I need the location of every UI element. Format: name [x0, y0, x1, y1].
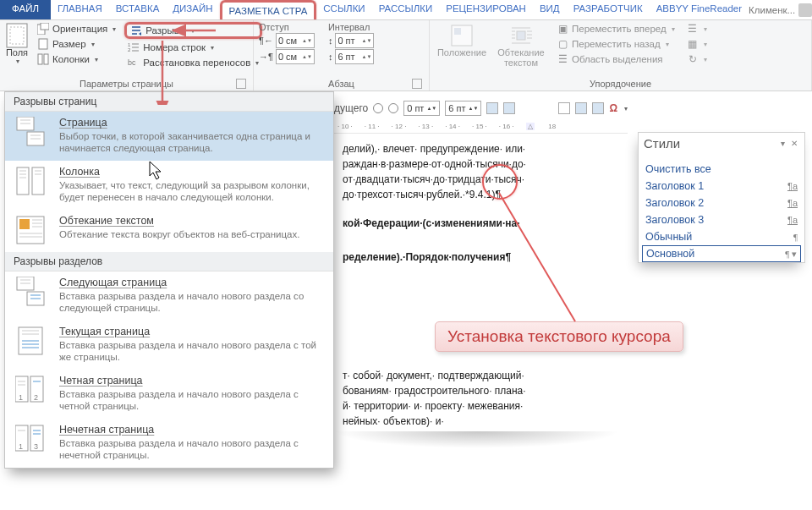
dd-item-odd-title: Нечетная страница	[59, 424, 325, 436]
send-backward-button: ▢Переместить назад▾	[553, 37, 678, 51]
account-user-label[interactable]: Клименк...	[749, 5, 795, 15]
dd-item-column-desc: Указывает, что текст, следующий за разры…	[59, 179, 325, 203]
indent-right-field[interactable]: →¶ 0 см▲▼	[259, 49, 315, 64]
svg-text:2: 2	[128, 47, 131, 52]
document-area[interactable]: делий),· влечет· предупреждение· или· ра…	[334, 135, 620, 505]
svg-text:bc: bc	[128, 58, 136, 67]
dd-item-continuous[interactable]: Текущая страницаВставка разрыва раздела …	[5, 321, 333, 370]
dd-item-wrap-title: Обтекание текстом	[59, 215, 299, 227]
tab-review[interactable]: РЕЦЕНЗИРОВАН	[439, 0, 533, 19]
line-numbers-icon: 12	[128, 41, 140, 53]
dropdown-section-section-breaks: Разрывы разделов	[5, 252, 333, 271]
dd-item-next-page[interactable]: Следующая страницаВставка разрыва раздел…	[5, 271, 333, 321]
tab-file[interactable]: ФАЙЛ	[0, 0, 51, 19]
tab-insert[interactable]: ВСТАВКА	[109, 0, 167, 19]
section-odd-page-icon: 13	[14, 424, 47, 454]
page-setup-dialog-launcher[interactable]	[236, 79, 246, 89]
tab-mailings[interactable]: РАССЫЛКИ	[372, 0, 440, 19]
styles-pane-title: Стили	[644, 136, 680, 151]
doc-line: т· собой· документ,· подтверждающий·	[343, 369, 612, 382]
styles-pane-close[interactable]: ✕	[791, 139, 799, 148]
dd-item-odd-desc: Вставка разрыва раздела и начало нового …	[59, 437, 325, 461]
tab-developer[interactable]: РАЗРАБОТЧИК	[567, 0, 650, 19]
page-break-icon	[14, 117, 47, 147]
hyphenation-button[interactable]: bc Расстановка переносов▾	[124, 56, 262, 69]
doc-line: й· территории· и· проекту· межевания·	[343, 399, 612, 413]
svg-text:2: 2	[34, 393, 38, 402]
doc-line: раждан·в·размере·от·одной·тысячи·до·	[343, 157, 612, 171]
section-continuous-icon	[14, 326, 47, 356]
group-objects-button: ▦▾	[683, 37, 710, 51]
tab-abbyy[interactable]: ABBYY FineReader	[650, 0, 749, 19]
dd-item-even-desc: Вставка разрыва раздела и начало нового …	[59, 388, 325, 412]
size-button[interactable]: Размер▾	[34, 37, 119, 51]
toggle-a[interactable]	[486, 102, 498, 114]
send-backward-icon: ▢	[557, 38, 568, 50]
svg-rect-3	[41, 23, 49, 30]
columns-button[interactable]: Колонки▾	[34, 52, 119, 66]
orientation-button[interactable]: Ориентация▾	[34, 22, 119, 36]
toggle-b[interactable]	[503, 102, 515, 114]
group-page-setup: Поля ▾ Ориентация▾ Размер▾ Колонки▾	[0, 20, 254, 90]
svg-rect-11	[454, 28, 461, 35]
style-heading-2[interactable]: Заголовок 2¶a	[639, 195, 804, 211]
space-before-field[interactable]: ↕ 0 пт▲▼	[328, 33, 375, 48]
doc-line-bold: кой·Федерации·(с·изменениями·на·	[343, 217, 520, 229]
dd-item-continuous-title: Текущая страница	[59, 326, 325, 337]
selection-pane-button[interactable]: ☰Область выделения	[553, 52, 678, 66]
tab-references[interactable]: ССЫЛКИ	[316, 0, 371, 19]
position-button: Положение	[435, 22, 489, 78]
doc-line: нейных· объектов)· и·	[343, 414, 612, 428]
avatar-icon[interactable]	[798, 3, 812, 17]
group-paragraph-label: Абзац	[259, 78, 424, 90]
space-after-small[interactable]: 6 пт▲▼	[445, 101, 481, 116]
sub-prev-text: дущего	[334, 102, 368, 114]
section-next-page-icon	[14, 277, 47, 307]
style-main-selected[interactable]: Основной¶ ▾	[642, 245, 801, 262]
column-break-icon	[14, 166, 47, 196]
styles-pane-options[interactable]: ▾	[781, 139, 787, 148]
style-normal[interactable]: Обычный¶	[639, 228, 804, 245]
space-after-field[interactable]: ↕ 6 пт▲▼	[328, 49, 375, 64]
style-clear-all[interactable]: Очистить все	[639, 161, 804, 178]
doc-line: до·трехсот·тысяч·рублей.·*9.4.1)¶	[343, 189, 501, 200]
wrap-text-button: Обтекание текстом	[494, 22, 548, 78]
tab-home[interactable]: ГЛАВНАЯ	[51, 0, 109, 19]
line-numbers-button[interactable]: 12 Номера строк▾	[124, 41, 262, 54]
view-btn-3[interactable]	[592, 102, 604, 114]
radio-option[interactable]	[388, 103, 398, 113]
svg-rect-20	[19, 219, 30, 229]
dd-item-column[interactable]: КолонкаУказывает, что текст, следующий з…	[5, 161, 333, 210]
dd-item-even-page[interactable]: 21 Четная страницаВставка разрыва раздел…	[5, 370, 333, 419]
ribbon-tabs: ФАЙЛ ГЛАВНАЯ ВСТАВКА ДИЗАЙН РАЗМЕТКА СТР…	[0, 0, 812, 20]
style-heading-3[interactable]: Заголовок 3¶a	[639, 211, 804, 228]
omega-icon[interactable]: Ω	[609, 102, 617, 114]
margins-icon	[5, 24, 29, 47]
section-even-page-icon: 21	[14, 375, 47, 405]
radio-option[interactable]	[373, 103, 383, 113]
rotate-button: ↻▾	[683, 52, 710, 66]
svg-text:3: 3	[34, 442, 38, 451]
selection-pane-icon: ☰	[557, 53, 568, 65]
tab-design[interactable]: ДИЗАЙН	[166, 0, 219, 19]
doc-line: бованиям· градостроительного· плана·	[343, 384, 612, 398]
margins-button[interactable]: Поля ▾	[5, 22, 29, 78]
dd-item-page[interactable]: СтраницаВыбор точки, в которой заканчива…	[5, 112, 333, 161]
view-btn-2[interactable]	[575, 102, 587, 114]
style-heading-1[interactable]: Заголовок 1¶a	[639, 178, 804, 195]
space-before-small[interactable]: 0 пт▲▼	[403, 101, 440, 116]
breaks-button[interactable]: Разрывы▾	[124, 22, 262, 39]
svg-rect-6	[44, 54, 48, 64]
view-btn-1[interactable]	[558, 102, 570, 114]
dd-item-odd-page[interactable]: 13 Нечетная страницаВставка разрыва разд…	[5, 419, 333, 468]
tab-page-layout[interactable]: РАЗМЕТКА СТРА	[220, 0, 317, 19]
paragraph-dialog-launcher[interactable]	[412, 79, 422, 89]
tab-view[interactable]: ВИД	[533, 0, 567, 19]
columns-icon	[37, 53, 49, 65]
dd-item-next-desc: Вставка разрыва раздела и начало нового …	[59, 290, 325, 314]
dropdown-section-page-breaks: Разрывы страниц	[5, 92, 333, 112]
dd-item-wrap-desc: Обтекание текста вокруг объектов на веб-…	[59, 228, 299, 240]
indent-left-field[interactable]: ¶← 0 см▲▼	[259, 33, 315, 48]
dd-item-text-wrapping[interactable]: Обтекание текстомОбтекание текста вокруг…	[5, 210, 333, 252]
horizontal-ruler[interactable]: · 10 ·· 11 ·· 12 ·· 13 ·· 14 ·· 15 ·· 16…	[334, 120, 628, 134]
